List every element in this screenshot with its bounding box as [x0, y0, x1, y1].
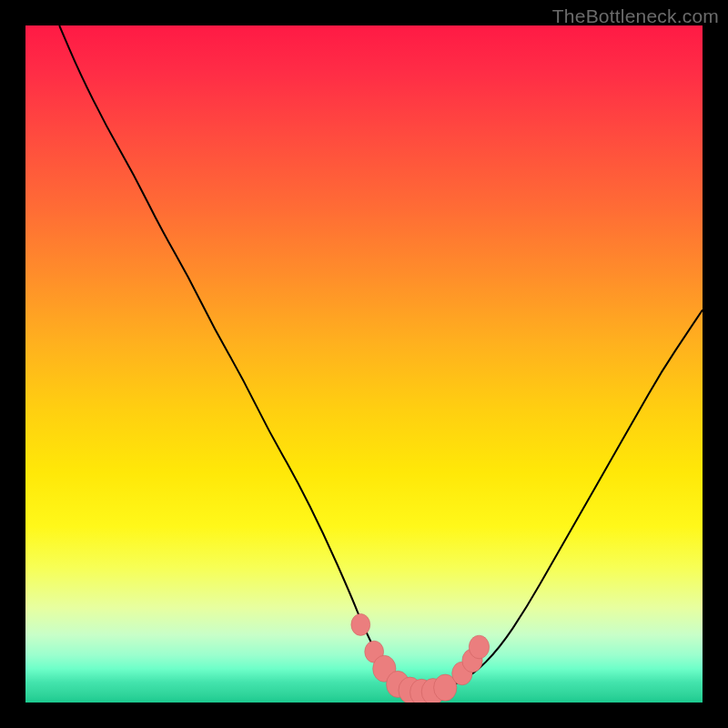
- curve-marker: [351, 613, 370, 635]
- curve-svg: [25, 25, 703, 703]
- bottleneck-curve-path: [59, 25, 703, 693]
- curve-marker: [469, 635, 489, 659]
- chart-frame: TheBottleneck.com: [0, 0, 728, 728]
- watermark-text: TheBottleneck.com: [552, 5, 719, 27]
- markers-group: [351, 613, 490, 703]
- plot-area: [25, 25, 703, 703]
